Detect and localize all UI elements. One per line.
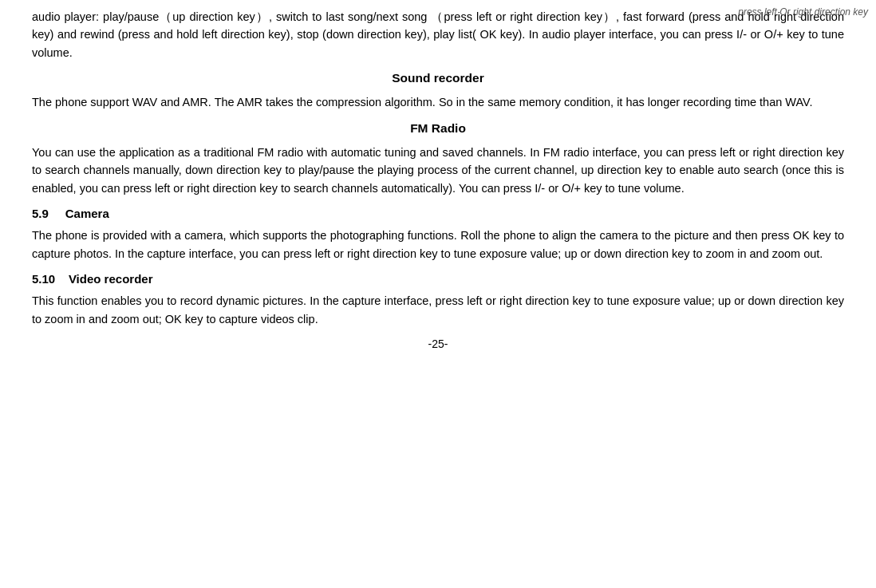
top-bar: press left Or right direction key (605, 0, 876, 24)
camera-heading: 5.9 Camera (32, 207, 844, 220)
fm-radio-paragraph: You can use the application as a traditi… (32, 144, 844, 197)
fm-radio-heading: FM Radio (32, 121, 844, 136)
sound-recorder-heading: Sound recorder (32, 71, 844, 85)
content-area: audio player: play/pause（up direction ke… (32, 0, 844, 350)
top-bar-hint: press left Or right direction key (738, 6, 868, 18)
video-recorder-heading-text: Video recorder (69, 272, 153, 286)
camera-heading-text: Camera (65, 207, 109, 220)
video-recorder-section-number: 5.10 (32, 272, 55, 286)
page-number: -25- (32, 337, 844, 350)
video-recorder-heading: 5.10 Video recorder (32, 272, 844, 286)
camera-section-number: 5.9 (32, 207, 49, 220)
camera-paragraph: The phone is provided with a camera, whi… (32, 227, 844, 262)
sound-recorder-paragraph: The phone support WAV and AMR. The AMR t… (32, 93, 844, 111)
page-container: press left Or right direction key audio … (0, 0, 876, 588)
video-recorder-paragraph: This function enables you to record dyna… (32, 292, 844, 328)
